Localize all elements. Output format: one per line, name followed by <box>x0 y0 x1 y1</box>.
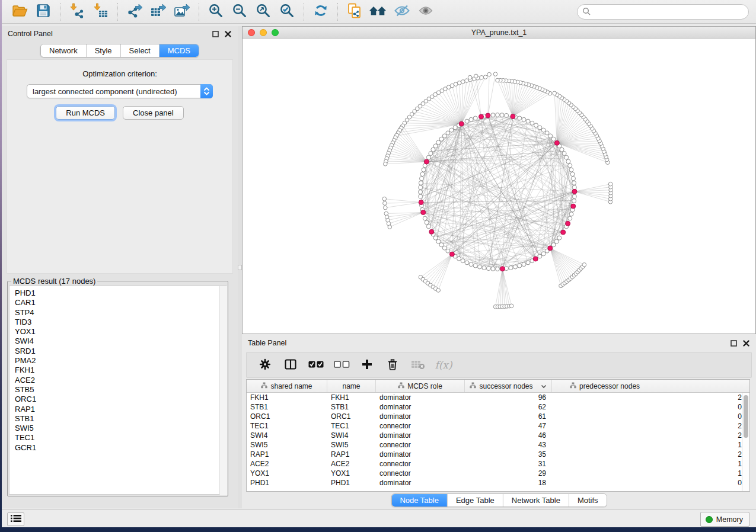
network-node[interactable] <box>569 168 573 172</box>
table-row[interactable]: SWI4SWI4dominator462 <box>247 431 749 440</box>
table-row[interactable]: ORC1ORC1dominator610 <box>247 412 749 421</box>
mcds-hub-node[interactable] <box>449 252 454 257</box>
network-node[interactable] <box>538 126 542 130</box>
add-column-button[interactable] <box>358 356 376 374</box>
result-node-item[interactable]: STP4 <box>15 308 226 318</box>
leaf-node[interactable] <box>493 72 497 76</box>
network-node[interactable] <box>419 185 423 190</box>
network-node[interactable] <box>548 134 553 138</box>
leaf-node[interactable] <box>487 72 492 76</box>
leaf-node[interactable] <box>436 289 441 293</box>
network-node[interactable] <box>426 155 430 159</box>
zoom-selected-button[interactable] <box>275 2 299 22</box>
network-node[interactable] <box>545 131 549 135</box>
network-node[interactable] <box>522 117 526 121</box>
hide-selected-button[interactable] <box>390 2 414 22</box>
window-close-icon[interactable] <box>248 29 255 36</box>
result-node-item[interactable]: GCR1 <box>15 443 226 453</box>
network-node[interactable] <box>439 137 444 141</box>
network-node[interactable] <box>513 265 518 269</box>
select-all-button[interactable] <box>307 356 325 374</box>
import-network-button[interactable] <box>65 2 89 22</box>
close-table-panel-icon[interactable] <box>742 339 750 347</box>
delete-column-button[interactable] <box>384 356 401 374</box>
network-node[interactable] <box>541 128 546 132</box>
result-node-item[interactable]: FKH1 <box>15 366 226 375</box>
show-all-button[interactable] <box>414 2 438 22</box>
leaf-node[interactable] <box>384 162 388 166</box>
network-node[interactable] <box>433 236 438 240</box>
leaf-node[interactable] <box>480 76 484 80</box>
first-neighbors-button[interactable] <box>366 2 390 22</box>
result-node-item[interactable]: SWI5 <box>15 424 226 433</box>
network-node[interactable] <box>518 116 522 120</box>
network-node[interactable] <box>564 155 569 159</box>
network-node[interactable] <box>491 267 495 271</box>
network-node[interactable] <box>491 113 495 117</box>
result-node-item[interactable]: PMA2 <box>15 356 226 366</box>
network-node[interactable] <box>518 264 522 268</box>
zoom-in-button[interactable] <box>204 2 228 22</box>
result-node-item[interactable]: STB1 <box>15 414 226 424</box>
mcds-result-list[interactable]: PHD1CAR1STP4TID3YOX1SWI4SRD1PMA2FKH1ACE2… <box>9 286 227 495</box>
network-node[interactable] <box>461 259 465 263</box>
network-node[interactable] <box>551 243 556 247</box>
network-node[interactable] <box>572 177 576 181</box>
network-node[interactable] <box>431 148 435 152</box>
float-table-panel-icon[interactable] <box>730 339 738 347</box>
network-node[interactable] <box>425 220 429 225</box>
tab-select[interactable]: Select <box>121 44 160 57</box>
network-node[interactable] <box>436 140 441 145</box>
network-node[interactable] <box>526 261 530 265</box>
network-node[interactable] <box>572 181 576 185</box>
table-row[interactable]: TEC1TEC1connector472 <box>247 421 749 431</box>
network-node[interactable] <box>568 216 572 220</box>
table-scrollbar[interactable] <box>742 393 749 491</box>
leaf-node[interactable] <box>383 201 387 206</box>
network-node[interactable] <box>572 185 576 190</box>
network-node[interactable] <box>541 252 546 256</box>
network-node[interactable] <box>509 266 513 270</box>
column-header-MCDS-role[interactable]: MCDS role <box>376 380 465 392</box>
network-node[interactable] <box>419 194 423 198</box>
network-node[interactable] <box>486 267 490 271</box>
leaf-node[interactable] <box>465 79 469 83</box>
network-node[interactable] <box>473 264 477 268</box>
result-list-scrollbar[interactable] <box>219 286 227 495</box>
network-node[interactable] <box>526 119 530 123</box>
leaf-node[interactable] <box>582 263 586 267</box>
save-session-button[interactable] <box>31 2 55 22</box>
task-history-button[interactable] <box>7 512 24 526</box>
close-panel-button[interactable]: Close panel <box>123 106 184 120</box>
export-image-button[interactable] <box>170 2 194 22</box>
mcds-hub-node[interactable] <box>429 229 434 234</box>
window-maximize-icon[interactable] <box>272 29 279 36</box>
table-scrollbar-thumb[interactable] <box>744 395 748 438</box>
result-node-item[interactable]: STB5 <box>15 385 226 395</box>
column-header-shared-name[interactable]: shared name <box>247 380 327 392</box>
network-node[interactable] <box>457 257 461 261</box>
leaf-node[interactable] <box>468 75 472 79</box>
network-node[interactable] <box>505 113 509 117</box>
mcds-hub-node[interactable] <box>421 210 426 215</box>
network-node[interactable] <box>436 239 441 243</box>
tab-mcds[interactable]: MCDS <box>160 44 199 57</box>
network-node[interactable] <box>496 113 500 117</box>
leaf-node[interactable] <box>496 78 500 82</box>
network-node[interactable] <box>433 144 438 148</box>
network-node[interactable] <box>530 121 534 125</box>
network-node[interactable] <box>465 119 469 123</box>
splitter-handle[interactable] <box>238 265 242 270</box>
network-node[interactable] <box>554 239 559 243</box>
result-node-item[interactable]: ORC1 <box>15 395 226 404</box>
zoom-out-button[interactable] <box>228 2 251 22</box>
table-row[interactable]: YOX1YOX1connector291 <box>247 469 749 478</box>
leaf-node[interactable] <box>483 75 487 79</box>
panel-splitter[interactable] <box>238 26 242 508</box>
float-panel-icon[interactable] <box>212 30 219 38</box>
network-node[interactable] <box>570 172 575 177</box>
show-columns-button[interactable] <box>282 356 299 374</box>
column-header-successor-nodes[interactable]: successor nodes <box>465 380 552 392</box>
result-node-item[interactable]: SWI4 <box>15 336 226 346</box>
result-node-item[interactable]: YOX1 <box>15 327 226 336</box>
